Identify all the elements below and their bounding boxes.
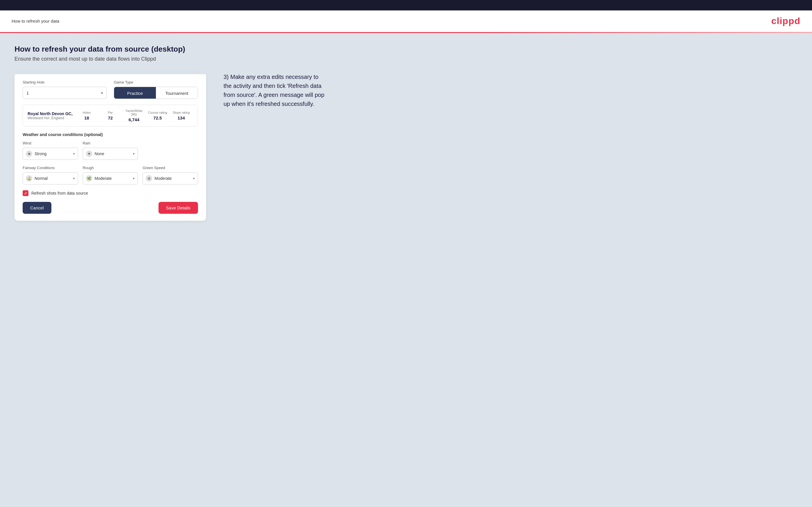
par-label: Par — [98, 111, 122, 114]
rain-select[interactable]: None Light Heavy — [95, 152, 135, 156]
holes-label: Holes — [75, 111, 98, 114]
rain-select-wrap[interactable]: ☀ None Light Heavy ▾ — [83, 148, 138, 160]
game-type-label: Game Type — [114, 80, 198, 84]
top-bar — [0, 0, 812, 10]
course-rating-col: Course rating 72.5 — [146, 111, 169, 120]
rain-icon: ☀ — [86, 151, 92, 157]
starting-game-row: Starting Hole 1 2 10 ▾ Game Type Practic… — [22, 80, 198, 99]
footer: Copyright Clippd 2022 — [0, 505, 812, 507]
starting-hole-select-wrap[interactable]: 1 2 10 ▾ — [22, 87, 107, 99]
fairway-group: Fairway Conditions ⛳ Normal Soft Hard ▾ — [22, 166, 78, 184]
practice-toggle-button[interactable]: Practice — [114, 87, 156, 99]
rough-label: Rough — [83, 166, 138, 170]
green-speed-label: Green Speed — [143, 166, 198, 170]
header: How to refresh your data clippd — [0, 10, 812, 32]
green-speed-select-wrap[interactable]: ⊙ Moderate Fast Slow ▾ — [143, 172, 198, 184]
wind-group: Wind ≋ Strong Light Moderate None ▾ — [22, 141, 78, 160]
logo: clippd — [771, 16, 800, 26]
fairway-label: Fairway Conditions — [22, 166, 78, 170]
slope-rating-label: Slope rating — [169, 111, 193, 114]
course-rating-label: Course rating — [146, 111, 169, 114]
starting-hole-label: Starting Hole — [22, 80, 107, 84]
form-card: Starting Hole 1 2 10 ▾ Game Type Practic… — [14, 72, 206, 221]
rough-icon: 🌿 — [86, 175, 92, 181]
button-row: Cancel Save Details — [22, 202, 198, 214]
fairway-select-wrap[interactable]: ⛳ Normal Soft Hard ▾ — [22, 172, 78, 184]
course-location: Westward Ho!, England — [28, 116, 75, 120]
fairway-icon: ⛳ — [26, 175, 32, 181]
starting-hole-select[interactable]: 1 2 10 — [27, 91, 103, 96]
fairway-rough-green-row: Fairway Conditions ⛳ Normal Soft Hard ▾ … — [22, 166, 198, 184]
page-subtitle: Ensure the correct and most up to date d… — [14, 56, 798, 62]
side-note: 3) Make any extra edits necessary to the… — [223, 72, 328, 109]
fairway-select[interactable]: Normal Soft Hard — [35, 176, 75, 181]
slope-rating-value: 134 — [169, 115, 193, 120]
save-button[interactable]: Save Details — [158, 202, 198, 214]
green-speed-select[interactable]: Moderate Fast Slow — [154, 176, 195, 181]
holes-value: 18 — [75, 115, 98, 120]
rough-select-wrap[interactable]: 🌿 Moderate Light Heavy ▾ — [83, 172, 138, 184]
rough-select[interactable]: Moderate Light Heavy — [95, 176, 135, 181]
course-name: Royal North Devon GC, — [28, 111, 75, 116]
course-name-col: Royal North Devon GC, Westward Ho!, Engl… — [28, 111, 75, 120]
course-row: Royal North Devon GC, Westward Ho!, Engl… — [23, 105, 198, 126]
refresh-label: Refresh shots from data source — [31, 191, 88, 195]
rain-label: Rain — [83, 141, 138, 145]
card-top-strip — [14, 72, 206, 74]
rough-group: Rough 🌿 Moderate Light Heavy ▾ — [83, 166, 138, 184]
wind-icon: ≋ — [26, 151, 32, 157]
wind-select[interactable]: Strong Light Moderate None — [35, 152, 75, 156]
main-content: How to refresh your data from source (de… — [0, 33, 812, 505]
refresh-checkbox-row: Refresh shots from data source — [22, 190, 198, 196]
holes-col: Holes 18 — [75, 111, 98, 120]
yards-label: Yards/White (M)) — [122, 109, 146, 116]
green-speed-group: Green Speed ⊙ Moderate Fast Slow ▾ — [143, 166, 198, 184]
course-rating-value: 72.5 — [146, 115, 169, 120]
starting-hole-group: Starting Hole 1 2 10 ▾ — [22, 80, 107, 99]
green-speed-icon: ⊙ — [146, 175, 152, 181]
wind-select-wrap[interactable]: ≋ Strong Light Moderate None ▾ — [22, 148, 78, 160]
par-value: 72 — [98, 115, 122, 120]
refresh-checkbox[interactable] — [22, 190, 29, 196]
yards-col: Yards/White (M)) 6,744 — [122, 109, 146, 122]
rain-group: Rain ☀ None Light Heavy ▾ — [83, 141, 138, 160]
yards-value: 6,744 — [122, 117, 146, 122]
course-table: Royal North Devon GC, Westward Ho!, Engl… — [22, 105, 198, 126]
page-title: How to refresh your data from source (de… — [14, 45, 798, 54]
slope-rating-col: Slope rating 134 — [169, 111, 193, 120]
par-col: Par 72 — [98, 111, 122, 120]
side-note-text: 3) Make any extra edits necessary to the… — [223, 72, 328, 109]
header-title: How to refresh your data — [12, 18, 59, 23]
game-type-toggle: Practice Tournament — [114, 87, 198, 99]
wind-label: Wind — [22, 141, 78, 145]
game-type-group: Game Type Practice Tournament — [114, 80, 198, 99]
content-row: Starting Hole 1 2 10 ▾ Game Type Practic… — [14, 72, 798, 221]
tournament-toggle-button[interactable]: Tournament — [156, 87, 198, 99]
wind-rain-row: Wind ≋ Strong Light Moderate None ▾ Rain — [22, 141, 198, 160]
spacer-col — [143, 141, 198, 160]
cancel-button[interactable]: Cancel — [22, 202, 51, 214]
conditions-section-title: Weather and course conditions (optional) — [22, 132, 198, 137]
